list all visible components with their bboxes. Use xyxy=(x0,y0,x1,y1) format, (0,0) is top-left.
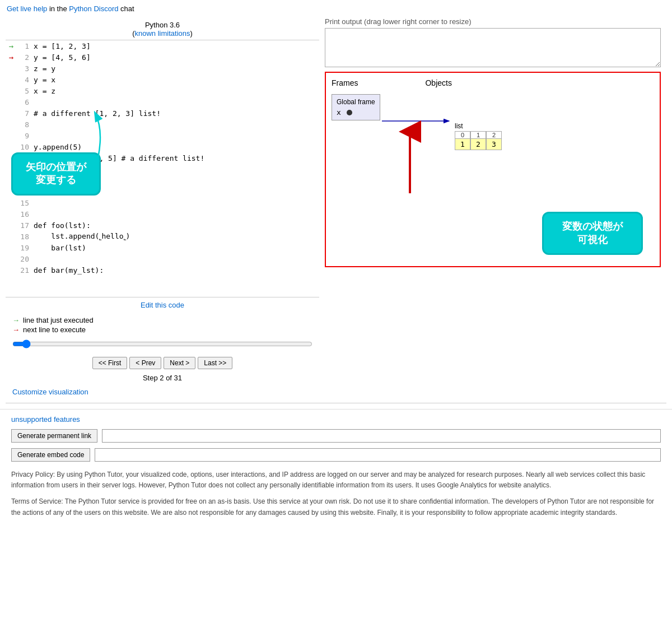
right-panel: Print output (drag lower right corner to… xyxy=(319,17,666,398)
code-line-4: 4y = x xyxy=(6,74,319,85)
code-line-15: 15 xyxy=(6,197,319,208)
customize-viz-link[interactable]: Customize visualization xyxy=(12,388,88,396)
unsupported-link: unsupported features xyxy=(11,415,661,424)
perm-link-row: Generate permanent link xyxy=(11,429,661,443)
customize-link: Customize visualization xyxy=(6,385,319,398)
line-arrow-2: → xyxy=(6,53,17,62)
green-legend: → line that just executed xyxy=(12,316,312,324)
global-frame-label: Global frame xyxy=(337,98,375,106)
bottom-section: unsupported features Generate permanent … xyxy=(0,409,672,524)
generate-embed-button[interactable]: Generate embed code xyxy=(11,448,90,462)
global-frame-box: Global frame x xyxy=(332,94,380,120)
arrow-position-bubble: 矢印の位置が 変更する xyxy=(11,152,101,196)
code-line-16: 16 xyxy=(6,208,319,220)
tos-text: Terms of Service: The Python Tutor servi… xyxy=(11,496,661,518)
frames-header: Frames xyxy=(332,78,358,87)
code-line-9: 9 xyxy=(6,130,319,141)
code-line-7: 7# a different [1, 2, 3] list! xyxy=(6,108,319,119)
viz-headers: Frames Objects xyxy=(332,78,654,92)
print-output-label: Print output (drag lower right corner to… xyxy=(325,17,661,28)
line-arrow-1: → xyxy=(6,41,17,50)
nav-buttons: << First < Prev Next > Last >> xyxy=(6,352,319,374)
code-line-10: 10y.append(5) xyxy=(6,141,319,152)
generate-perm-link-button[interactable]: Generate permanent link xyxy=(11,429,97,443)
legend: → line that just executed → next line to… xyxy=(6,313,319,337)
code-line-20: 20 xyxy=(6,253,319,264)
red-arrow-icon: → xyxy=(12,325,20,334)
python-discord-link[interactable]: Python Discord xyxy=(69,4,118,13)
pointer-dot xyxy=(347,110,352,115)
first-button[interactable]: << First xyxy=(92,357,128,369)
red-arrow-svg xyxy=(388,126,432,199)
last-button[interactable]: Last >> xyxy=(198,357,232,369)
edit-code-link[interactable]: Edit this code xyxy=(141,301,184,309)
privacy-text: Privacy Policy: By using Python Tutor, y… xyxy=(11,469,661,491)
code-line-1: →1x = [1, 2, 3] xyxy=(6,40,319,52)
code-line-19: 19 bar(lst) xyxy=(6,242,319,253)
step-label: Step 2 of 31 xyxy=(6,374,319,385)
embed-input[interactable] xyxy=(95,448,661,462)
code-line-6: 6 xyxy=(6,96,319,108)
code-area: →1x = [1, 2, 3]→2y = [4, 5, 6]3z = y4y =… xyxy=(6,40,319,297)
code-line-3: 3z = y xyxy=(6,63,319,74)
frame-var: x xyxy=(337,108,375,117)
unsupported-features-link[interactable]: unsupported features xyxy=(11,415,80,424)
top-bar: Get live help in the Python Discord chat xyxy=(0,0,672,17)
code-line-5: 5x = z xyxy=(6,85,319,96)
objects-header: Objects xyxy=(425,78,451,87)
var-state-bubble: 変数の状態が 可視化 xyxy=(542,212,643,255)
embed-link-row: Generate embed code xyxy=(11,448,661,462)
main-container: Python 3.6 (known limitations) →1x = [1,… xyxy=(0,17,672,398)
known-limitations-link[interactable]: known limitations xyxy=(135,29,190,38)
right-annotation: 変数の状態が 可視化 xyxy=(332,126,654,260)
red-legend: → next line to execute xyxy=(12,325,312,334)
code-line-2: →2y = [4, 5, 6] xyxy=(6,52,319,63)
live-help-link[interactable]: Get live help xyxy=(7,4,47,13)
green-arrow-icon: → xyxy=(12,316,20,324)
python-version: Python 3.6 (known limitations) xyxy=(6,17,319,40)
step-slider[interactable] xyxy=(12,339,312,348)
var-x: x xyxy=(337,108,343,117)
edit-link: Edit this code xyxy=(6,297,319,313)
perm-link-input[interactable] xyxy=(102,429,661,443)
prev-button[interactable]: < Prev xyxy=(129,357,161,369)
code-line-8: 8 xyxy=(6,119,319,130)
viz-area: Frames Objects Global frame x list 01122… xyxy=(325,72,661,267)
bubble-arrow-svg xyxy=(92,108,126,164)
code-line-21: 21def bar(my_lst): xyxy=(6,264,319,276)
next-button[interactable]: Next > xyxy=(164,357,195,369)
left-panel: Python 3.6 (known limitations) →1x = [1,… xyxy=(6,17,319,398)
slider-area xyxy=(6,337,319,352)
code-line-18: 18 lst.append(˾hello˾) xyxy=(6,231,319,242)
print-output-box[interactable] xyxy=(325,28,661,67)
code-line-17: 17def foo(lst): xyxy=(6,220,319,231)
